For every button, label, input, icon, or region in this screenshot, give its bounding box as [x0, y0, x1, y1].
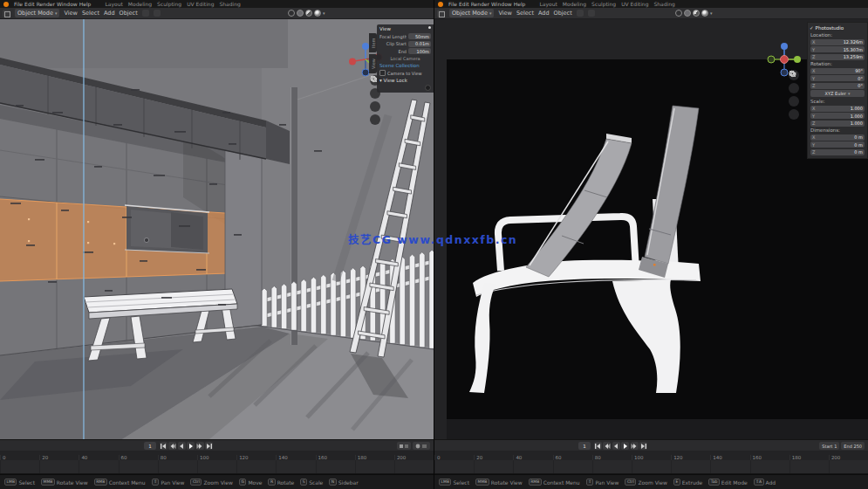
options-circle-icon[interactable] — [425, 85, 431, 91]
field-value[interactable]: 100m — [408, 48, 431, 54]
location-field[interactable]: X12.326m — [810, 39, 865, 45]
scale-field[interactable]: Y1.000 — [810, 113, 865, 119]
auto-keying-button[interactable] — [413, 442, 430, 450]
current-frame-field[interactable]: 1 — [144, 442, 156, 450]
object-visibility-row[interactable]: ✓ Photostudio — [810, 24, 865, 31]
axis-z-icon[interactable] — [781, 43, 788, 50]
rendered-shading-icon[interactable] — [701, 10, 708, 17]
field-value[interactable]: 0.01m — [408, 41, 431, 47]
location-field[interactable]: Z13.259m — [810, 54, 865, 60]
location-field[interactable]: Y15.307m — [810, 46, 865, 52]
chevron-down-icon[interactable]: ▾ — [710, 10, 713, 16]
solid-shading-icon[interactable] — [297, 10, 304, 17]
topbar-menu[interactable]: Edit — [458, 1, 470, 7]
mode-dropdown[interactable]: Object Mode ▾ — [449, 9, 494, 17]
editor-type-icon[interactable] — [437, 10, 445, 17]
perspective-toggle-button[interactable] — [789, 109, 799, 120]
bench-reference-scene[interactable] — [434, 19, 868, 439]
axis-z-icon[interactable] — [362, 43, 369, 50]
chevron-down-icon[interactable]: ▾ — [323, 10, 325, 16]
checkmark-icon[interactable]: ✓ — [810, 25, 814, 31]
jump-to-end-button[interactable] — [205, 442, 213, 450]
blender-logo-icon[interactable] — [438, 2, 443, 7]
play-button[interactable] — [187, 442, 195, 450]
workspace-tab[interactable]: UV Editing — [621, 1, 648, 7]
dimensions-field[interactable]: Z0 m — [810, 149, 865, 155]
axis-x-icon[interactable] — [781, 56, 789, 64]
sidebar-tab[interactable]: Item — [369, 33, 377, 52]
panel-checkbox-row[interactable]: Camera to View — [379, 70, 431, 76]
play-reverse-button[interactable] — [612, 442, 620, 450]
viewport-menu[interactable]: Add — [104, 10, 115, 17]
blender-logo-icon[interactable] — [3, 2, 9, 7]
topbar-menu[interactable]: File — [13, 1, 24, 7]
window-opening[interactable] — [125, 205, 209, 253]
timeline-track[interactable] — [0, 460, 434, 474]
keying-set-button[interactable] — [397, 442, 411, 450]
axis-y-neg-icon[interactable] — [768, 56, 775, 63]
play-button[interactable] — [621, 442, 629, 450]
snap-magnet-icon[interactable] — [588, 10, 595, 17]
rotation-field[interactable]: Z0° — [810, 83, 865, 89]
dimensions-field[interactable]: X0 m — [810, 134, 865, 141]
viewport-menu[interactable]: Object — [120, 10, 138, 17]
topbar-menu[interactable]: Edit — [24, 1, 36, 7]
panel-title[interactable]: View — [379, 26, 431, 31]
panel-section-header[interactable]: ▾ View Lock — [379, 78, 431, 83]
scale-field[interactable]: Z1.000 — [810, 121, 865, 127]
workspace-tab[interactable]: Sculpting — [591, 1, 616, 7]
topbar-menu[interactable]: Render — [470, 1, 490, 7]
rotation-field[interactable]: X90° — [810, 68, 865, 74]
material-shading-icon[interactable] — [305, 10, 312, 17]
axis-z-neg-icon[interactable] — [362, 69, 369, 76]
pin-icon[interactable] — [428, 26, 431, 29]
rotation-mode-dropdown[interactable]: XYZ Euler ▾ — [810, 90, 865, 97]
jump-to-start-button[interactable] — [594, 442, 602, 450]
prev-keyframe-button[interactable] — [603, 442, 611, 450]
jump-to-start-button[interactable] — [160, 442, 167, 450]
workspace-tab[interactable]: Layout — [105, 1, 122, 7]
workspace-tab[interactable]: Shading — [219, 1, 240, 7]
workspace-tab[interactable]: UV Editing — [187, 1, 214, 7]
workspace-tab[interactable]: Shading — [653, 1, 674, 7]
axis-y-icon[interactable] — [794, 56, 801, 63]
viewport-menu[interactable]: Add — [538, 10, 550, 17]
rendered-shading-icon[interactable] — [314, 10, 321, 17]
axis-x-icon[interactable] — [349, 59, 356, 65]
viewport-menu[interactable]: Select — [82, 10, 99, 17]
checkbox-icon[interactable] — [379, 70, 386, 76]
topbar-menu[interactable]: Window — [490, 1, 513, 7]
frame-ruler[interactable]: 020406080100120140160180200 — [434, 451, 868, 460]
field-value[interactable]: 50mm — [408, 33, 431, 39]
viewport-3d-scene[interactable]: Item View View Focal Length 50mm Clip St… — [0, 19, 434, 439]
topbar-menu[interactable]: Render — [36, 1, 56, 7]
topbar-menu[interactable]: File — [448, 1, 458, 7]
editor-type-icon[interactable] — [3, 10, 10, 17]
topbar-menu[interactable]: Help — [79, 1, 92, 7]
jump-to-end-button[interactable] — [639, 442, 647, 450]
workspace-tab[interactable]: Modeling — [128, 1, 152, 7]
workspace-tab[interactable]: Modeling — [563, 1, 586, 7]
material-shading-icon[interactable] — [693, 10, 700, 17]
prev-keyframe-button[interactable] — [168, 442, 176, 450]
topbar-menu[interactable]: Window — [56, 1, 79, 7]
wireframe-shading-icon[interactable] — [675, 10, 682, 17]
workspace-tab[interactable]: Layout — [539, 1, 557, 7]
viewport-menu[interactable]: Object — [554, 10, 572, 17]
wireframe-shading-icon[interactable] — [288, 10, 295, 17]
bus-stop-scene[interactable] — [0, 19, 434, 439]
viewport-menu[interactable]: View — [498, 10, 511, 17]
topbar-menu[interactable]: Help — [513, 1, 527, 7]
solid-shading-icon[interactable] — [684, 10, 691, 17]
end-frame-field[interactable]: End 250 — [841, 442, 865, 450]
sidebar-tab[interactable]: View — [369, 54, 377, 73]
viewport-3d-scene[interactable]: ✓ Photostudio Location: X12.326mY15.307m… — [434, 19, 868, 439]
transform-orientation-icon[interactable] — [577, 10, 584, 17]
dimensions-field[interactable]: Y0 m — [810, 141, 865, 148]
transform-orientation-icon[interactable] — [142, 10, 149, 17]
play-reverse-button[interactable] — [178, 442, 186, 450]
viewport-menu[interactable]: Select — [516, 10, 534, 17]
next-keyframe-button[interactable] — [631, 442, 639, 450]
snap-magnet-icon[interactable] — [154, 10, 161, 17]
move-view-button[interactable] — [789, 83, 799, 93]
